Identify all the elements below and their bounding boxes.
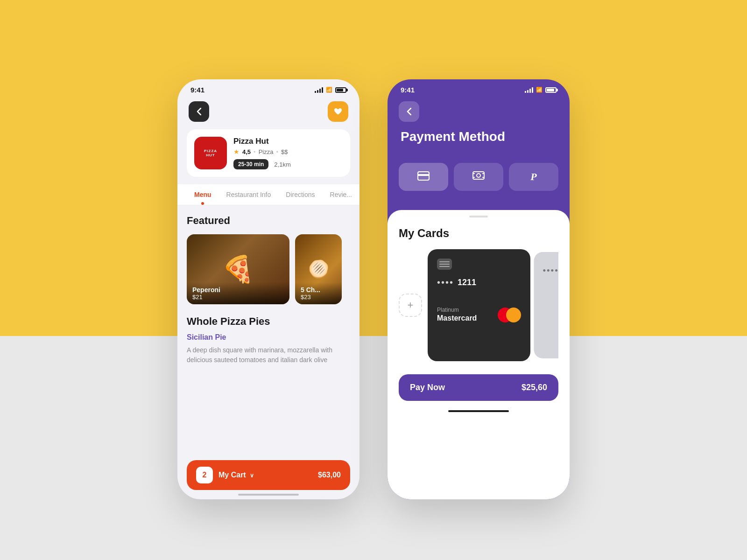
dot-2: • <box>276 148 278 155</box>
card-chip <box>437 259 452 270</box>
home-indicator-2 <box>448 410 509 412</box>
cart-label: My Cart ∨ <box>218 471 318 479</box>
svg-rect-2 <box>473 172 484 179</box>
card-mastercard[interactable]: •••• 1211 Platinum Mastercard <box>428 249 530 361</box>
battery-fill-1 <box>337 89 343 91</box>
restaurant-meta: ★ 4,5 • Pizza • $$ <box>233 148 343 155</box>
peperoni-price: $21 <box>192 294 284 301</box>
food-card-peperoni[interactable]: 🍕 Peperoni $21 <box>187 234 289 304</box>
my-cards-title: My Cards <box>399 227 558 240</box>
heart-icon <box>334 108 342 115</box>
delivery-time-badge: 25-30 min <box>233 159 268 169</box>
card-brand-name: Mastercard <box>437 314 477 322</box>
side-label: 5 Ch... $23 <box>295 282 342 304</box>
payment-methods-row: P <box>388 163 570 191</box>
favorite-button[interactable] <box>328 101 348 122</box>
food-card-side[interactable]: 🫓 5 Ch... $23 <box>295 234 342 304</box>
phone1-header <box>177 98 359 129</box>
peperoni-label: Peperoni $21 <box>187 282 289 304</box>
payment-method-card[interactable] <box>399 163 448 191</box>
chevron-left-icon-1 <box>197 108 201 115</box>
card-icon <box>417 171 430 183</box>
pizza-logo: Pizza Hut <box>196 138 226 168</box>
phone1-content: Featured 🍕 Peperoni $21 🫓 5 Ch... $23 <box>177 205 359 374</box>
card-dots-1: •••• <box>437 277 454 288</box>
pay-now-button[interactable]: Pay Now $25,60 <box>399 374 558 401</box>
tab-reviews[interactable]: Revie... <box>323 184 359 205</box>
restaurant-logo: Pizza Hut <box>194 137 227 169</box>
restaurant-card: Pizza Hut Pizza Hut ★ 4,5 • Pizza • $$ 2… <box>187 129 350 177</box>
status-time-2: 9:41 <box>401 86 415 94</box>
wifi-icon-1: 📶 <box>326 87 332 93</box>
svg-rect-1 <box>418 174 429 176</box>
distance: 2,1km <box>274 161 290 168</box>
wifi-icon-2: 📶 <box>536 87 543 93</box>
signal-icon-2 <box>525 87 533 93</box>
battery-icon-1 <box>335 87 346 93</box>
back-button-2[interactable] <box>399 101 419 122</box>
home-indicator-1 <box>238 494 299 496</box>
cards-area: + •••• 1211 <box>399 249 558 361</box>
payment-method-paypal[interactable]: P <box>509 163 558 191</box>
tab-menu[interactable]: Menu <box>187 184 219 205</box>
cart-total: $63,00 <box>318 471 341 479</box>
cash-icon-svg <box>472 170 485 181</box>
add-card-button[interactable]: + <box>399 294 422 317</box>
status-bar-2: 9:41 📶 <box>388 79 570 98</box>
tab-restaurant-info[interactable]: Restaurant Info <box>219 184 279 205</box>
payment-title: Payment Method <box>399 129 558 144</box>
card-brand-info: Platinum Mastercard <box>437 307 477 322</box>
side-price: $23 <box>301 294 336 301</box>
restaurant-tabs: Menu Restaurant Info Directions Revie... <box>177 184 359 205</box>
payment-method-cash[interactable] <box>454 163 503 191</box>
status-bar-1: 9:41 📶 <box>177 79 359 98</box>
mc-yellow-circle <box>506 308 521 322</box>
phone-payment: 9:41 📶 Payment Method <box>388 79 570 499</box>
tab-directions[interactable]: Directions <box>278 184 322 205</box>
sheet-handle <box>469 216 488 217</box>
status-icons-2: 📶 <box>525 87 557 93</box>
paypal-icon: P <box>530 171 536 183</box>
signal-icon-1 <box>315 87 323 93</box>
phone2-header: Payment Method <box>388 98 570 154</box>
cart-chevron-icon: ∨ <box>250 472 254 479</box>
dot-1: • <box>254 148 256 155</box>
logo-text-pizza: Pizza <box>204 149 217 153</box>
status-icons-1: 📶 <box>315 87 346 93</box>
cart-label-text: My Cart <box>218 471 246 479</box>
delivery-info: 25-30 min 2,1km <box>233 159 343 169</box>
card-bottom-visa: VISA <box>543 302 559 314</box>
category: Pizza <box>259 148 274 155</box>
card-bottom-mastercard: Platinum Mastercard <box>437 307 521 322</box>
battery-icon-2 <box>545 87 557 93</box>
pay-now-label: Pay Now <box>410 383 445 392</box>
battery-fill-2 <box>547 89 554 91</box>
cart-count-badge: 2 <box>196 467 213 483</box>
food-images-row: 🍕 Peperoni $21 🫓 5 Ch... $23 <box>187 234 350 304</box>
mastercard-logo <box>498 308 521 322</box>
card-visa[interactable]: •••• 0772 VISA <box>534 252 559 358</box>
chevron-left-icon-2 <box>407 108 411 115</box>
svg-point-3 <box>477 174 480 177</box>
back-button-1[interactable] <box>189 101 209 122</box>
cart-bar[interactable]: 2 My Cart ∨ $63,00 <box>187 460 350 490</box>
sicilian-pie-title: Sicilian Pie <box>187 333 350 342</box>
bottom-sheet: My Cards + ••• <box>388 210 570 499</box>
logo-text-hut: Hut <box>206 153 215 157</box>
status-time-1: 9:41 <box>190 86 204 94</box>
featured-title: Featured <box>187 215 350 227</box>
restaurant-name: Pizza Hut <box>233 137 343 146</box>
phone-restaurant: 9:41 📶 <box>177 79 359 499</box>
card-number-visa: •••• 0772 <box>543 266 559 276</box>
sicilian-pie-description: A deep dish square with marinara, mozzar… <box>187 345 350 365</box>
card-number-mastercard: •••• 1211 <box>437 277 521 288</box>
side-name: 5 Ch... <box>301 286 336 294</box>
rating: 4,5 <box>242 148 251 155</box>
plus-icon: + <box>408 299 414 311</box>
chip-lines <box>439 261 450 267</box>
card-last4-1: 1211 <box>458 278 476 287</box>
price-level: $$ <box>281 148 288 155</box>
credit-card-icon <box>417 171 430 181</box>
card-dots-2: •••• <box>543 266 559 276</box>
phones-container: 9:41 📶 <box>177 61 570 499</box>
